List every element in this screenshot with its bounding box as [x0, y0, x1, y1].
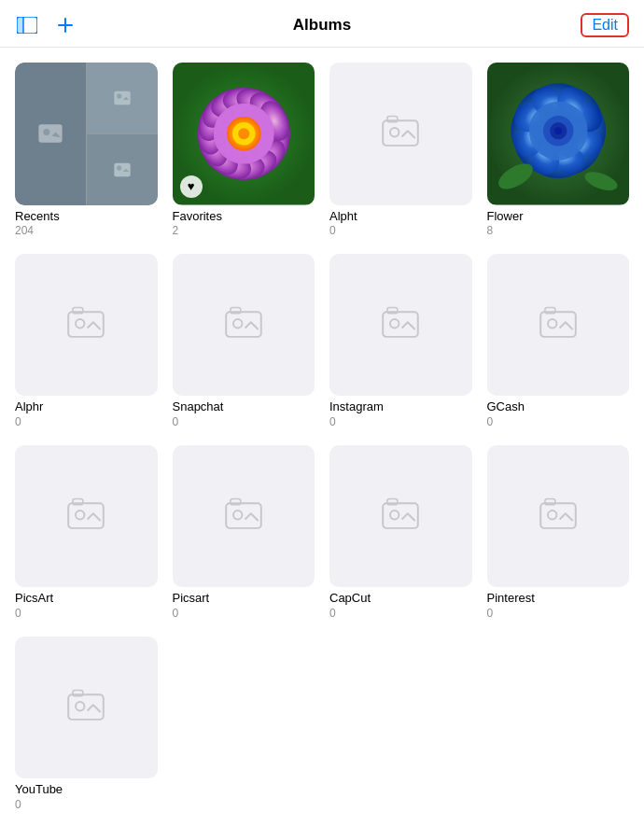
- album-thumb-empty: [15, 637, 158, 779]
- album-item-picsart1[interactable]: PicsArt 0: [15, 445, 158, 622]
- album-thumb-empty: [15, 445, 158, 588]
- favorites-heart-icon: ♥: [180, 175, 203, 198]
- album-count: 0: [173, 607, 315, 622]
- album-count: 0: [15, 607, 158, 622]
- svg-rect-81: [226, 503, 261, 528]
- svg-rect-43: [383, 121, 418, 147]
- svg-rect-78: [68, 503, 104, 528]
- album-count: 0: [15, 798, 158, 813]
- album-name: CapCut: [329, 591, 472, 607]
- album-thumb-flower: [487, 63, 630, 205]
- header-left-controls: [15, 14, 77, 36]
- album-name: Instagram: [329, 399, 472, 415]
- album-item-pinterest[interactable]: Pinterest 0: [487, 445, 630, 622]
- albums-grid: Recents 204: [0, 48, 644, 828]
- svg-rect-87: [540, 503, 576, 528]
- album-thumb-favorites: ♥: [173, 63, 315, 205]
- album-thumb-empty: [173, 254, 315, 397]
- empty-album-icon: [538, 306, 579, 343]
- album-thumb-empty: [329, 445, 472, 588]
- svg-point-91: [76, 702, 84, 710]
- album-thumb-empty: [329, 254, 472, 397]
- sidebar-icon: [17, 17, 37, 34]
- svg-point-82: [233, 511, 242, 519]
- album-count: 0: [487, 607, 630, 622]
- album-item-capcut[interactable]: CapCut 0: [329, 445, 472, 622]
- album-name: YouTube: [15, 782, 158, 798]
- svg-rect-5: [38, 124, 62, 143]
- album-name: Recents: [15, 209, 158, 225]
- sidebar-toggle-button[interactable]: [15, 15, 39, 35]
- album-item-snapchat[interactable]: Snapchat 0: [173, 254, 315, 430]
- empty-album-icon: [380, 306, 421, 343]
- svg-rect-1: [17, 17, 23, 34]
- album-count: 8: [487, 224, 630, 239]
- album-item-recents[interactable]: Recents 204: [15, 63, 158, 239]
- album-thumb-empty: [487, 445, 630, 588]
- album-name: Alphr: [15, 399, 158, 415]
- empty-album-icon: [223, 497, 264, 535]
- svg-rect-69: [226, 312, 261, 337]
- svg-point-63: [554, 127, 562, 134]
- album-count: 0: [329, 607, 472, 622]
- album-item-alphr[interactable]: Alphr 0: [15, 254, 158, 430]
- svg-point-42: [238, 128, 249, 139]
- svg-point-6: [43, 129, 49, 135]
- svg-point-44: [390, 128, 399, 136]
- album-name: Snapchat: [173, 399, 315, 415]
- album-name: Pinterest: [487, 591, 630, 607]
- svg-rect-75: [540, 312, 576, 337]
- album-count: 0: [15, 415, 158, 430]
- album-thumb-empty: [173, 445, 315, 588]
- svg-rect-72: [383, 312, 418, 337]
- svg-point-73: [390, 319, 399, 328]
- album-item-gcash[interactable]: GCash 0: [487, 254, 630, 430]
- empty-album-icon: [65, 306, 106, 343]
- empty-album-icon: [65, 497, 106, 535]
- svg-point-76: [548, 319, 556, 328]
- svg-point-8: [117, 93, 121, 98]
- empty-album-icon: [538, 497, 579, 535]
- album-count: 0: [329, 415, 472, 430]
- album-item-flower[interactable]: Flower 8: [487, 63, 630, 239]
- album-name: GCash: [487, 399, 630, 415]
- svg-rect-9: [114, 162, 130, 176]
- edit-button[interactable]: Edit: [581, 13, 629, 37]
- album-name: PicsArt: [15, 591, 158, 607]
- empty-album-icon: [380, 115, 421, 152]
- album-name: Alpht: [329, 209, 472, 225]
- add-icon: [56, 16, 75, 35]
- add-album-button[interactable]: [54, 14, 77, 36]
- svg-point-88: [548, 511, 556, 519]
- album-name: Picsart: [173, 591, 315, 607]
- empty-album-icon: [380, 497, 421, 535]
- album-count: 0: [487, 415, 630, 430]
- album-thumb-recents: [15, 63, 158, 205]
- album-count: 0: [329, 224, 472, 239]
- svg-point-70: [233, 319, 242, 328]
- album-thumb-empty: [329, 63, 472, 205]
- album-item-picsart2[interactable]: Picsart 0: [173, 445, 315, 622]
- svg-rect-7: [114, 91, 130, 105]
- album-name: Favorites: [173, 209, 315, 225]
- album-item-youtube[interactable]: YouTube 0: [15, 637, 158, 813]
- svg-point-85: [390, 511, 399, 519]
- empty-album-icon: [65, 689, 106, 726]
- album-count: 204: [15, 224, 158, 239]
- svg-rect-84: [383, 503, 418, 528]
- svg-point-67: [76, 319, 84, 328]
- album-thumb-empty: [487, 254, 630, 397]
- empty-album-icon: [223, 306, 264, 343]
- album-item-favorites[interactable]: ♥ Favorites 2: [173, 63, 315, 239]
- album-item-alpht[interactable]: Alpht 0: [329, 63, 472, 239]
- svg-point-79: [76, 511, 84, 519]
- album-name: Flower: [487, 209, 630, 225]
- svg-rect-90: [68, 694, 104, 720]
- header: Albums Edit: [0, 0, 644, 48]
- album-count: 2: [173, 224, 315, 239]
- album-item-instagram[interactable]: Instagram 0: [329, 254, 472, 430]
- album-thumb-empty: [15, 254, 158, 397]
- page-title: Albums: [293, 16, 351, 35]
- svg-point-10: [117, 165, 121, 170]
- album-count: 0: [173, 415, 315, 430]
